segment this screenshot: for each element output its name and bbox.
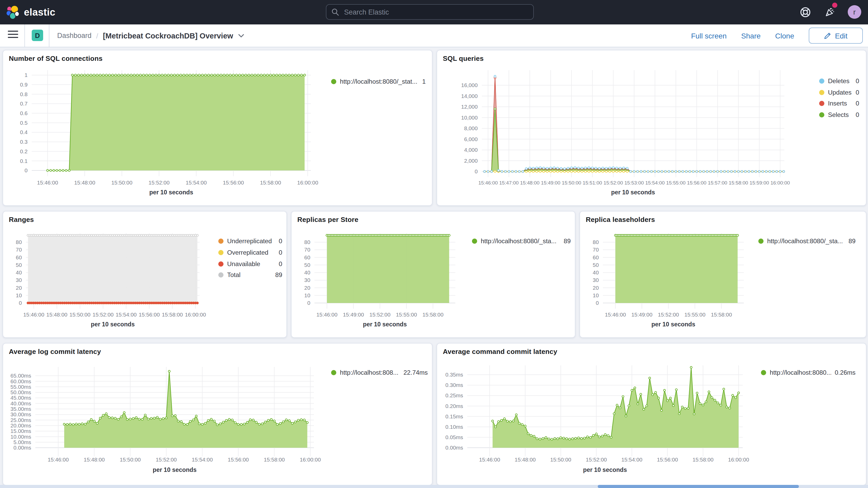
svg-text:10.00ms: 10.00ms bbox=[10, 434, 31, 440]
svg-text:16:00:00: 16:00:00 bbox=[771, 180, 790, 186]
legend-color-dot bbox=[819, 79, 824, 84]
scrollbar-thumb[interactable] bbox=[598, 485, 799, 488]
legend-value: 0 bbox=[856, 111, 859, 118]
legend-item[interactable]: Deletes0 bbox=[819, 77, 859, 85]
svg-text:20: 20 bbox=[593, 285, 599, 291]
elastic-logo-icon bbox=[6, 5, 20, 20]
legend-item[interactable]: Updates0 bbox=[819, 88, 859, 96]
svg-text:per 10 seconds: per 10 seconds bbox=[153, 466, 197, 473]
svg-text:25.00ms: 25.00ms bbox=[10, 417, 31, 423]
panel-sql-connections: Number of SQL connections 00.10.20.30.40… bbox=[3, 50, 432, 206]
svg-text:30: 30 bbox=[16, 277, 22, 283]
legend-label: http://localhost:8080/_sta... bbox=[767, 238, 845, 245]
chart-canvas[interactable]: 00.10.20.30.40.50.60.70.80.9115:46:0015:… bbox=[3, 51, 432, 205]
legend-item[interactable]: http://localhost:8080/_sta...89 bbox=[758, 237, 856, 245]
svg-text:15:52:00: 15:52:00 bbox=[149, 180, 170, 186]
svg-text:15:46:00: 15:46:00 bbox=[37, 180, 58, 186]
legend-color-dot bbox=[218, 250, 223, 255]
svg-text:0.7: 0.7 bbox=[20, 100, 28, 106]
svg-text:20.00ms: 20.00ms bbox=[10, 423, 31, 428]
legend-item[interactable]: Selects0 bbox=[819, 111, 859, 119]
legend-item[interactable]: Inserts0 bbox=[819, 99, 859, 108]
panel-replicas-per-store: Replicas per Store 0102030405060708015:4… bbox=[291, 211, 576, 338]
svg-text:80: 80 bbox=[304, 239, 310, 245]
search-input[interactable] bbox=[343, 7, 528, 17]
legend-item[interactable]: http://localhost:808...22.74ms bbox=[331, 368, 428, 377]
legend-value: 0.26ms bbox=[835, 369, 856, 376]
party-popper-icon bbox=[824, 6, 836, 18]
avatar[interactable]: r bbox=[848, 5, 861, 19]
menu-button[interactable] bbox=[8, 31, 18, 40]
svg-text:15:55:00: 15:55:00 bbox=[666, 180, 686, 186]
chart-canvas[interactable]: 0.00ms5.00ms10.00ms15.00ms20.00ms25.00ms… bbox=[3, 343, 432, 485]
svg-text:15:50:00: 15:50:00 bbox=[69, 311, 90, 317]
dashboard-app-badge[interactable]: D bbox=[32, 30, 43, 41]
elastic-logo[interactable]: elastic bbox=[6, 0, 55, 24]
global-search[interactable] bbox=[326, 4, 534, 20]
legend-label: Underreplicated bbox=[227, 238, 275, 245]
legend-item[interactable]: http://localhost:8080...0.26ms bbox=[761, 368, 856, 377]
svg-text:15:58:00: 15:58:00 bbox=[260, 180, 281, 186]
share-button[interactable]: Share bbox=[741, 31, 761, 40]
legend-label: Overreplicated bbox=[227, 249, 275, 256]
legend-color-dot bbox=[761, 370, 766, 375]
clone-button[interactable]: Clone bbox=[775, 31, 794, 40]
svg-text:16:00:00: 16:00:00 bbox=[300, 457, 321, 462]
svg-text:per 10 seconds: per 10 seconds bbox=[91, 321, 135, 328]
legend-item[interactable]: Unavailable0 bbox=[218, 260, 282, 268]
svg-text:0.15ms: 0.15ms bbox=[445, 414, 463, 419]
avatar-initial: r bbox=[853, 8, 856, 16]
brand-wordmark: elastic bbox=[24, 6, 55, 18]
svg-text:0.05ms: 0.05ms bbox=[445, 434, 463, 440]
chart-canvas[interactable]: 0.00ms0.05ms0.10ms0.15ms0.20ms0.25ms0.30… bbox=[437, 343, 866, 485]
legend-value: 0 bbox=[856, 100, 859, 107]
svg-text:60: 60 bbox=[16, 254, 22, 261]
svg-text:0.00ms: 0.00ms bbox=[13, 445, 31, 451]
title-chevron-down-icon[interactable] bbox=[238, 33, 244, 38]
svg-text:15:50:00: 15:50:00 bbox=[550, 457, 571, 462]
svg-text:15:59:00: 15:59:00 bbox=[749, 180, 769, 186]
legend-color-dot bbox=[819, 101, 824, 106]
svg-text:15:53:00: 15:53:00 bbox=[624, 180, 644, 186]
svg-text:15:58:00: 15:58:00 bbox=[162, 311, 183, 317]
svg-text:60: 60 bbox=[304, 254, 310, 261]
svg-text:35.00ms: 35.00ms bbox=[10, 406, 31, 412]
full-screen-button[interactable]: Full screen bbox=[691, 31, 726, 40]
chart-canvas[interactable]: 0102030405060708015:46:0015:49:0015:52:0… bbox=[580, 212, 866, 337]
panel-avg-log-commit-latency: Average log commit latency 0.00ms5.00ms1… bbox=[3, 343, 432, 485]
chart-canvas[interactable]: 0102030405060708015:46:0015:49:0015:52:0… bbox=[291, 212, 575, 337]
svg-text:15:54:00: 15:54:00 bbox=[192, 457, 213, 462]
svg-text:15:51:00: 15:51:00 bbox=[583, 180, 602, 186]
legend-color-dot bbox=[472, 239, 477, 244]
kibana-dashboard: elastic bbox=[0, 0, 868, 488]
legend-color-dot bbox=[218, 261, 223, 266]
svg-text:15:49:00: 15:49:00 bbox=[631, 311, 653, 317]
chart-canvas[interactable]: 02,0004,0006,0008,00010,00012,00014,0001… bbox=[437, 51, 866, 205]
help-button[interactable] bbox=[798, 5, 812, 19]
svg-text:10,000: 10,000 bbox=[461, 115, 478, 121]
svg-text:15:50:00: 15:50:00 bbox=[562, 180, 581, 186]
legend-color-dot bbox=[218, 239, 223, 244]
legend-item[interactable]: http://localhost:8080/_stat...1 bbox=[331, 78, 426, 86]
legend-value: 0 bbox=[279, 249, 282, 256]
legend-item[interactable]: Overreplicated0 bbox=[218, 248, 282, 257]
legend-item[interactable]: Total89 bbox=[218, 271, 282, 279]
svg-text:15.00ms: 15.00ms bbox=[10, 428, 31, 434]
svg-text:0.8: 0.8 bbox=[20, 91, 28, 97]
svg-text:15:54:00: 15:54:00 bbox=[621, 457, 643, 462]
edit-button[interactable]: Edit bbox=[809, 28, 863, 44]
svg-text:0.10ms: 0.10ms bbox=[445, 424, 463, 430]
breadcrumb-dashboard-link[interactable]: Dashboard bbox=[57, 32, 91, 39]
breadcrumb-separator: / bbox=[96, 31, 98, 40]
svg-text:15:52:00: 15:52:00 bbox=[586, 457, 607, 462]
legend-item[interactable]: http://localhost:8080/_sta...89 bbox=[472, 237, 571, 245]
svg-text:40: 40 bbox=[593, 270, 599, 275]
svg-text:15:52:00: 15:52:00 bbox=[93, 311, 114, 317]
svg-text:15:55:00: 15:55:00 bbox=[396, 311, 417, 317]
svg-text:0: 0 bbox=[596, 300, 599, 306]
legend-color-dot bbox=[331, 79, 336, 84]
svg-text:per 10 seconds: per 10 seconds bbox=[652, 321, 695, 328]
legend-item[interactable]: Underreplicated0 bbox=[218, 237, 282, 245]
svg-text:per 10 seconds: per 10 seconds bbox=[149, 189, 193, 196]
svg-text:per 10 seconds: per 10 seconds bbox=[583, 466, 627, 473]
